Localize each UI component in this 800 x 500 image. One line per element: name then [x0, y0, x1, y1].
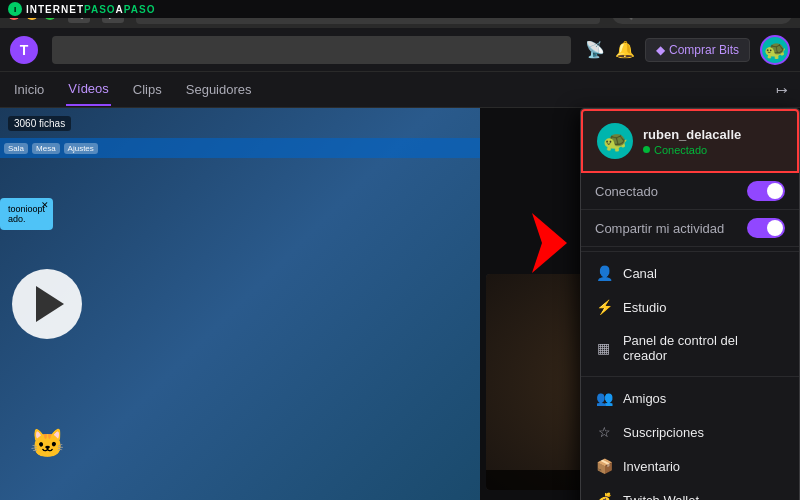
- game-pill-ajustes: Ajustes: [64, 143, 98, 154]
- dropdown-user-info: ruben_delacalle Conectado: [643, 127, 783, 156]
- game-character: 🐱: [30, 427, 65, 460]
- banner-logo-circle: I: [8, 2, 22, 16]
- panel-label: Panel de control del creador: [623, 333, 785, 363]
- buy-bits-button[interactable]: ◆ Comprar Bits: [645, 38, 750, 62]
- nav-center-bar[interactable]: [52, 36, 571, 64]
- bits-diamond-icon: ◆: [656, 43, 665, 57]
- menu-item-canal[interactable]: 👤 Canal: [581, 256, 799, 290]
- avatar-icon: 🐢: [603, 129, 628, 153]
- toggle-row-actividad: Compartir mi actividad: [581, 210, 799, 247]
- nav-item-inicio[interactable]: Inicio: [12, 74, 46, 105]
- game-pill-sala: Sala: [4, 143, 28, 154]
- menu-divider-2: [581, 376, 799, 377]
- twitch-nav: T 📡 🔔 ◆ Comprar Bits 🐢: [0, 28, 800, 72]
- suscripciones-label: Suscripciones: [623, 425, 704, 440]
- canal-icon: 👤: [595, 265, 613, 281]
- game-ui-bar: Sala Mesa Ajustes: [0, 138, 480, 158]
- game-pill-mesa: Mesa: [32, 143, 60, 154]
- nav-right: 📡 🔔 ◆ Comprar Bits 🐢: [585, 35, 790, 65]
- estudio-label: Estudio: [623, 300, 666, 315]
- nav-item-videos[interactable]: Vídeos: [66, 73, 110, 106]
- menu-item-amigos[interactable]: 👥 Amigos: [581, 381, 799, 415]
- toggle-actividad-switch[interactable]: [747, 218, 785, 238]
- nav-item-clips[interactable]: Clips: [131, 74, 164, 105]
- stream-icon-button[interactable]: 📡: [585, 40, 605, 59]
- suscripciones-icon: ☆: [595, 424, 613, 440]
- banner-brand-text: INTERNETPASOAPASO: [26, 4, 155, 15]
- dropdown-header: 🐢 ruben_delacalle Conectado: [581, 109, 799, 173]
- user-dropdown-menu: 🐢 ruben_delacalle Conectado Conectado Co…: [580, 108, 800, 500]
- expand-button[interactable]: ↦: [776, 82, 788, 98]
- twitch-logo[interactable]: T: [10, 36, 38, 64]
- popup-text: tooniooptado.: [8, 204, 45, 224]
- toggle-row-conectado: Conectado: [581, 173, 799, 210]
- wallet-label: Twitch Wallet: [623, 493, 699, 501]
- toggle-conectado-label: Conectado: [595, 184, 658, 199]
- panel-icon: ▦: [595, 340, 613, 356]
- bell-icon-button[interactable]: 🔔: [615, 40, 635, 59]
- menu-item-suscripciones[interactable]: ☆ Suscripciones: [581, 415, 799, 449]
- estudio-icon: ⚡: [595, 299, 613, 315]
- game-popup: ✕ tooniooptado.: [0, 198, 53, 230]
- banner-logo-icon: I: [14, 5, 16, 14]
- inventario-icon: 📦: [595, 458, 613, 474]
- popup-close-icon[interactable]: ✕: [41, 200, 49, 210]
- dropdown-username: ruben_delacalle: [643, 127, 783, 142]
- menu-item-panel[interactable]: ▦ Panel de control del creador: [581, 324, 799, 372]
- menu-item-inventario[interactable]: 📦 Inventario: [581, 449, 799, 483]
- dropdown-avatar: 🐢: [597, 123, 633, 159]
- amigos-label: Amigos: [623, 391, 666, 406]
- buy-bits-label: Comprar Bits: [669, 43, 739, 57]
- amigos-icon: 👥: [595, 390, 613, 406]
- menu-item-estudio[interactable]: ⚡ Estudio: [581, 290, 799, 324]
- top-banner-bar: I INTERNETPASOAPASO: [0, 0, 800, 18]
- nav-item-seguidores[interactable]: Seguidores: [184, 74, 254, 105]
- toggle-conectado-switch[interactable]: [747, 181, 785, 201]
- toggle-actividad-label: Compartir mi actividad: [595, 221, 724, 236]
- play-triangle-icon: [36, 286, 64, 322]
- game-counter: 3060 fichas: [8, 116, 71, 131]
- nav-left: T: [10, 36, 38, 64]
- menu-divider-1: [581, 251, 799, 252]
- banner-highlight-2: PASO: [124, 4, 156, 15]
- canal-label: Canal: [623, 266, 657, 281]
- status-dot-icon: [643, 146, 650, 153]
- user-avatar-button[interactable]: 🐢: [760, 35, 790, 65]
- wallet-icon: 💰: [595, 492, 613, 500]
- play-button-overlay[interactable]: [12, 269, 82, 339]
- inventario-label: Inventario: [623, 459, 680, 474]
- channel-nav: Inicio Vídeos Clips Seguidores ↦: [0, 72, 800, 108]
- banner-highlight-1: PASO: [84, 4, 116, 15]
- status-text: Conectado: [654, 144, 707, 156]
- main-content: 3060 fichas Sala Mesa Ajustes ✕ toonioop…: [0, 108, 800, 500]
- dropdown-status: Conectado: [643, 144, 783, 156]
- menu-item-wallet[interactable]: 💰 Twitch Wallet: [581, 483, 799, 500]
